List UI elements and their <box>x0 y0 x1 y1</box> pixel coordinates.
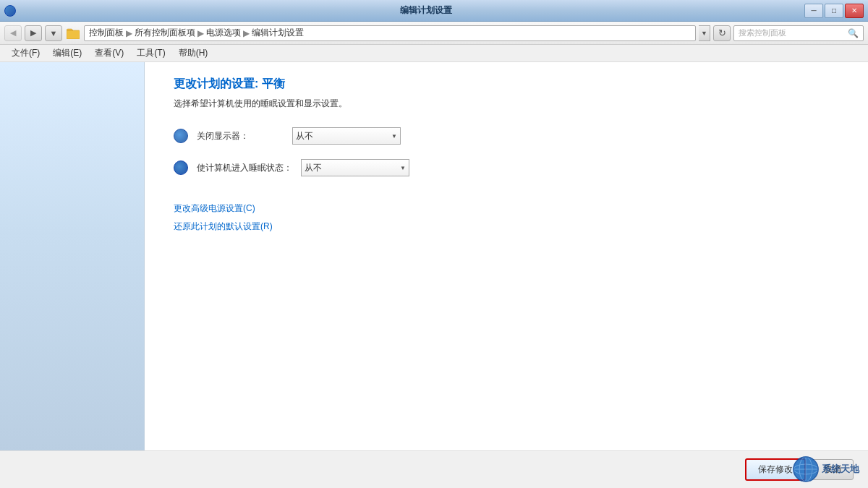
sleep-setting-row: 使计算机进入睡眠状态： 从不 ▼ <box>174 159 839 176</box>
svg-rect-0 <box>67 30 80 39</box>
left-panel <box>0 62 145 488</box>
menu-tools[interactable]: 工具(T) <box>131 45 171 61</box>
globe-icon <box>793 456 819 482</box>
monitor-select[interactable]: 从不 ▼ <box>292 127 401 145</box>
menu-view[interactable]: 查看(V) <box>89 45 129 61</box>
right-panel: 更改计划的设置: 平衡 选择希望计算机使用的睡眠设置和显示设置。 关闭显示器： … <box>145 62 868 488</box>
search-placeholder: 搜索控制面板 <box>739 27 786 38</box>
refresh-button[interactable]: ↻ <box>713 25 731 41</box>
sleep-icon <box>174 160 188 175</box>
search-icon: 🔍 <box>848 28 859 38</box>
menu-bar: 文件(F) 编辑(E) 查看(V) 工具(T) 帮助(H) <box>0 45 868 62</box>
bottom-area: 保存修改 取消 <box>0 450 868 488</box>
page-title: 更改计划的设置: 平衡 <box>174 77 839 92</box>
close-button[interactable]: ✕ <box>845 4 864 18</box>
content-area: 更改计划的设置: 平衡 选择希望计算机使用的睡眠设置和显示设置。 关闭显示器： … <box>0 62 868 488</box>
sleep-select-arrow: ▼ <box>400 165 406 171</box>
menu-edit[interactable]: 编辑(E) <box>47 45 88 61</box>
window-title: 编辑计划设置 <box>48 4 804 17</box>
monitor-label: 关闭显示器： <box>197 130 284 142</box>
watermark: 系统天地 <box>793 456 859 482</box>
monitor-select-arrow: ▼ <box>391 133 397 140</box>
address-bar: ◀ ▶ ▼ 控制面板 ▶ 所有控制面板项 ▶ 电源选项 ▶ 编辑计划设置 ▼ ↻… <box>0 22 868 45</box>
address-dropdown[interactable]: ▼ <box>699 25 710 41</box>
menu-help[interactable]: 帮助(H) <box>173 45 214 61</box>
sleep-label: 使计算机进入睡眠状态： <box>197 162 292 174</box>
title-bar: 编辑计划设置 ─ □ ✕ <box>0 0 868 22</box>
forward-button[interactable]: ▶ <box>25 25 42 41</box>
minimize-button[interactable]: ─ <box>804 4 823 18</box>
monitor-icon <box>174 129 188 143</box>
monitor-setting-row: 关闭显示器： 从不 ▼ <box>174 127 839 145</box>
down-arrow-button[interactable]: ▼ <box>45 25 62 41</box>
sleep-select[interactable]: 从不 ▼ <box>301 159 409 176</box>
maximize-button[interactable]: □ <box>825 4 843 18</box>
address-path[interactable]: 控制面板 ▶ 所有控制面板项 ▶ 电源选项 ▶ 编辑计划设置 <box>84 25 696 41</box>
menu-file[interactable]: 文件(F) <box>6 45 46 61</box>
page-subtitle: 选择希望计算机使用的睡眠设置和显示设置。 <box>174 98 839 110</box>
links-section: 更改高级电源设置(C) 还原此计划的默认设置(R) <box>174 202 839 239</box>
advanced-power-link[interactable]: 更改高级电源设置(C) <box>174 202 839 215</box>
window-controls: ─ □ ✕ <box>804 4 864 18</box>
back-button[interactable]: ◀ <box>4 25 22 41</box>
restore-defaults-link[interactable]: 还原此计划的默认设置(R) <box>174 221 839 233</box>
search-box[interactable]: 搜索控制面板 🔍 <box>733 25 864 41</box>
watermark-text: 系统天地 <box>822 463 859 476</box>
